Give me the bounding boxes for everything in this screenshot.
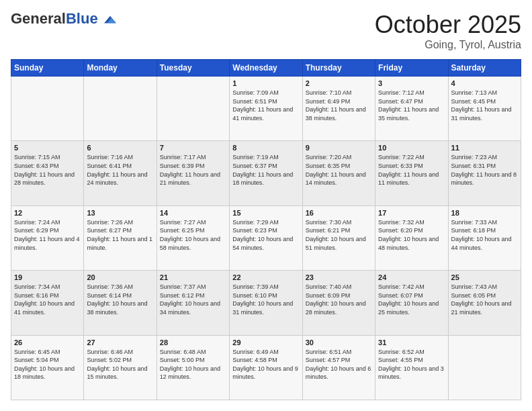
calendar-cell: 10Sunrise: 7:22 AMSunset: 6:33 PMDayligh… [375, 141, 448, 205]
calendar-cell: 20Sunrise: 7:36 AMSunset: 6:14 PMDayligh… [84, 271, 157, 335]
title-block: October 2025 Going, Tyrol, Austria [375, 11, 521, 51]
day-number: 13 [87, 209, 153, 217]
day-info: Sunrise: 6:51 AMSunset: 4:57 PMDaylight:… [306, 348, 372, 381]
calendar-cell: 4Sunrise: 7:13 AMSunset: 6:45 PMDaylight… [448, 77, 521, 141]
calendar-day-header: Monday [84, 60, 157, 77]
day-number: 11 [451, 144, 518, 152]
day-info: Sunrise: 6:46 AMSunset: 5:02 PMDaylight:… [87, 348, 153, 381]
calendar-cell [157, 77, 229, 141]
day-number: 3 [378, 79, 445, 87]
day-number: 6 [87, 144, 153, 152]
calendar-cell: 27Sunrise: 6:46 AMSunset: 5:02 PMDayligh… [84, 335, 157, 400]
calendar-week-row: 1Sunrise: 7:09 AMSunset: 6:51 PMDaylight… [11, 77, 521, 141]
calendar-cell: 8Sunrise: 7:19 AMSunset: 6:37 PMDaylight… [230, 141, 302, 205]
logo-icon [104, 15, 116, 27]
calendar-cell: 28Sunrise: 6:48 AMSunset: 5:00 PMDayligh… [157, 335, 229, 400]
day-number: 21 [160, 273, 226, 281]
day-number: 30 [306, 338, 372, 347]
calendar-cell: 26Sunrise: 6:45 AMSunset: 5:04 PMDayligh… [11, 335, 84, 400]
calendar-cell [84, 77, 157, 141]
day-info: Sunrise: 7:27 AMSunset: 6:25 PMDaylight:… [160, 218, 226, 252]
calendar-day-header: Friday [375, 60, 448, 77]
day-number: 4 [451, 79, 518, 87]
calendar-cell: 29Sunrise: 6:49 AMSunset: 4:58 PMDayligh… [230, 335, 302, 400]
calendar-cell: 22Sunrise: 7:39 AMSunset: 6:10 PMDayligh… [230, 271, 302, 335]
calendar-day-header: Sunday [11, 60, 84, 77]
day-number: 27 [87, 338, 153, 347]
day-info: Sunrise: 7:16 AMSunset: 6:41 PMDaylight:… [87, 153, 153, 187]
day-info: Sunrise: 7:34 AMSunset: 6:16 PMDaylight:… [14, 283, 81, 316]
calendar-cell: 17Sunrise: 7:32 AMSunset: 6:20 PMDayligh… [375, 205, 448, 270]
day-info: Sunrise: 6:48 AMSunset: 5:00 PMDaylight:… [160, 348, 226, 381]
calendar-cell: 19Sunrise: 7:34 AMSunset: 6:16 PMDayligh… [11, 271, 84, 335]
calendar-cell: 18Sunrise: 7:33 AMSunset: 6:18 PMDayligh… [448, 205, 521, 270]
day-number: 15 [232, 209, 299, 217]
calendar-cell: 31Sunrise: 6:52 AMSunset: 4:55 PMDayligh… [375, 335, 448, 400]
day-number: 14 [160, 209, 226, 217]
calendar-day-header: Wednesday [230, 60, 302, 77]
calendar-cell [448, 335, 521, 400]
day-info: Sunrise: 7:36 AMSunset: 6:14 PMDaylight:… [87, 283, 153, 316]
calendar-week-row: 5Sunrise: 7:15 AMSunset: 6:43 PMDaylight… [11, 141, 521, 205]
logo: GeneralBlue [11, 11, 116, 27]
calendar-cell: 23Sunrise: 7:40 AMSunset: 6:09 PMDayligh… [302, 271, 375, 335]
logo-blue-text: Blue [66, 10, 98, 27]
calendar-cell: 1Sunrise: 7:09 AMSunset: 6:51 PMDaylight… [230, 77, 302, 141]
day-number: 8 [232, 144, 299, 152]
page-header: GeneralBlue October 2025 Going, Tyrol, A… [11, 11, 521, 51]
calendar-cell: 16Sunrise: 7:30 AMSunset: 6:21 PMDayligh… [302, 205, 375, 270]
day-number: 16 [306, 209, 372, 217]
day-info: Sunrise: 7:13 AMSunset: 6:45 PMDaylight:… [451, 89, 518, 122]
calendar-week-row: 12Sunrise: 7:24 AMSunset: 6:29 PMDayligh… [11, 205, 521, 270]
day-info: Sunrise: 6:52 AMSunset: 4:55 PMDaylight:… [378, 348, 445, 381]
day-info: Sunrise: 7:42 AMSunset: 6:07 PMDaylight:… [378, 283, 445, 316]
day-number: 12 [14, 209, 81, 217]
calendar-cell: 30Sunrise: 6:51 AMSunset: 4:57 PMDayligh… [302, 335, 375, 400]
calendar-week-row: 26Sunrise: 6:45 AMSunset: 5:04 PMDayligh… [11, 335, 521, 400]
day-number: 18 [451, 209, 518, 217]
day-number: 22 [232, 273, 299, 281]
calendar-cell: 15Sunrise: 7:29 AMSunset: 6:23 PMDayligh… [230, 205, 302, 270]
calendar-cell: 11Sunrise: 7:23 AMSunset: 6:31 PMDayligh… [448, 141, 521, 205]
day-info: Sunrise: 7:30 AMSunset: 6:21 PMDaylight:… [306, 218, 372, 252]
calendar-cell: 2Sunrise: 7:10 AMSunset: 6:49 PMDaylight… [302, 77, 375, 141]
calendar-cell: 7Sunrise: 7:17 AMSunset: 6:39 PMDaylight… [157, 141, 229, 205]
day-number: 9 [306, 144, 372, 152]
calendar-day-header: Saturday [448, 60, 521, 77]
day-number: 28 [160, 338, 226, 347]
day-number: 5 [14, 144, 81, 152]
month-title: October 2025 [375, 11, 521, 39]
day-number: 10 [378, 144, 445, 152]
day-info: Sunrise: 6:49 AMSunset: 4:58 PMDaylight:… [232, 348, 299, 381]
day-number: 24 [378, 273, 445, 281]
day-info: Sunrise: 7:32 AMSunset: 6:20 PMDaylight:… [378, 218, 445, 252]
day-info: Sunrise: 7:33 AMSunset: 6:18 PMDaylight:… [451, 218, 518, 252]
day-info: Sunrise: 7:23 AMSunset: 6:31 PMDaylight:… [451, 153, 518, 187]
calendar-cell [11, 77, 84, 141]
calendar-week-row: 19Sunrise: 7:34 AMSunset: 6:16 PMDayligh… [11, 271, 521, 335]
day-info: Sunrise: 7:12 AMSunset: 6:47 PMDaylight:… [378, 89, 445, 122]
day-info: Sunrise: 7:15 AMSunset: 6:43 PMDaylight:… [14, 153, 81, 187]
calendar-cell: 3Sunrise: 7:12 AMSunset: 6:47 PMDaylight… [375, 77, 448, 141]
calendar-day-header: Tuesday [157, 60, 229, 77]
day-number: 29 [232, 338, 299, 347]
day-info: Sunrise: 7:29 AMSunset: 6:23 PMDaylight:… [232, 218, 299, 252]
day-info: Sunrise: 7:10 AMSunset: 6:49 PMDaylight:… [306, 89, 372, 122]
day-info: Sunrise: 7:24 AMSunset: 6:29 PMDaylight:… [14, 218, 81, 252]
day-number: 17 [378, 209, 445, 217]
calendar-cell: 14Sunrise: 7:27 AMSunset: 6:25 PMDayligh… [157, 205, 229, 270]
day-info: Sunrise: 7:39 AMSunset: 6:10 PMDaylight:… [232, 283, 299, 316]
location-title: Going, Tyrol, Austria [375, 39, 521, 51]
calendar-cell: 6Sunrise: 7:16 AMSunset: 6:41 PMDaylight… [84, 141, 157, 205]
day-number: 1 [232, 79, 299, 87]
day-number: 20 [87, 273, 153, 281]
day-number: 26 [14, 338, 81, 347]
day-info: Sunrise: 7:40 AMSunset: 6:09 PMDaylight:… [306, 283, 372, 316]
calendar-header-row: SundayMondayTuesdayWednesdayThursdayFrid… [11, 60, 521, 77]
logo-general-text: General [11, 10, 66, 27]
day-number: 31 [378, 338, 445, 347]
day-number: 7 [160, 144, 226, 152]
calendar-cell: 21Sunrise: 7:37 AMSunset: 6:12 PMDayligh… [157, 271, 229, 335]
calendar-cell: 12Sunrise: 7:24 AMSunset: 6:29 PMDayligh… [11, 205, 84, 270]
day-number: 25 [451, 273, 518, 281]
